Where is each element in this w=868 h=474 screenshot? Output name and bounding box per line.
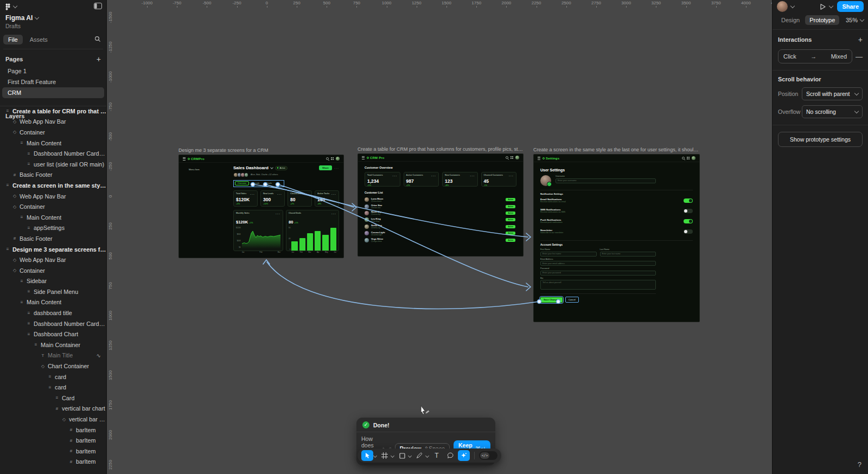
card-menu-icon[interactable]: ···: [431, 174, 436, 177]
status-tag[interactable]: Active: [506, 198, 515, 201]
layer-row[interactable]: ◇Container: [0, 201, 106, 212]
layer-row[interactable]: ≡Create a screen in the same style as th…: [0, 180, 106, 191]
hamburger-icon[interactable]: [538, 157, 540, 160]
layer-row[interactable]: #barItem: [0, 457, 106, 467]
monthly-sales-chart-card[interactable]: Monthly Sales··· $120K+5% $120K$80K$40K$…: [233, 210, 283, 251]
stat-card[interactable]: Closed Deals···80+2%: [288, 190, 312, 207]
layer-row[interactable]: ≡dashboard title: [0, 308, 106, 318]
tab-assets[interactable]: Assets: [25, 35, 53, 44]
stat-card[interactable]: Active Tasks···150+8%: [315, 190, 339, 207]
user-avatar[interactable]: [777, 1, 788, 12]
layer-row[interactable]: ≡card: [0, 371, 106, 382]
card-menu-icon[interactable]: ···: [331, 212, 336, 215]
avatar[interactable]: [515, 156, 519, 159]
chevron-down-icon[interactable]: [829, 3, 833, 8]
remove-interaction-icon[interactable]: —: [856, 53, 863, 61]
crm-table-screen[interactable]: CRM Pro Customer Overview Total Customer…: [358, 153, 524, 257]
layer-row[interactable]: #barItem: [0, 446, 106, 457]
shape-tool[interactable]: [396, 450, 408, 461]
stat-card[interactable]: New Leads···300+10%: [260, 190, 285, 207]
toggle-switch[interactable]: [684, 209, 693, 213]
apps-grid-icon[interactable]: [687, 157, 690, 159]
dashboard-tab[interactable]: Deals: [264, 182, 274, 185]
add-page-icon[interactable]: +: [97, 55, 101, 63]
tab-prototype[interactable]: Prototype: [805, 15, 839, 25]
settings-screen[interactable]: Settings User Settings ✓ Username Enter …: [533, 154, 700, 322]
tab-design[interactable]: Design: [777, 15, 804, 25]
layer-row[interactable]: ◇Chart Container: [0, 361, 106, 371]
hamburger-icon[interactable]: [183, 157, 186, 161]
card-menu-icon[interactable]: ···: [276, 212, 280, 215]
stat-card[interactable]: New Customers···123+8%: [442, 172, 478, 187]
pen-tool[interactable]: [413, 450, 425, 461]
overflow-dropdown[interactable]: No scrolling: [802, 105, 863, 118]
status-tag[interactable]: Active: [506, 218, 515, 221]
status-tag[interactable]: Active: [506, 232, 515, 235]
layer-row[interactable]: ≡card: [0, 382, 106, 393]
layer-row[interactable]: ◇Container: [0, 127, 106, 138]
dashboard-tabstrip-selected[interactable]: OverviewLeadsDeals: [233, 180, 284, 187]
file-name[interactable]: Figma AI: [5, 14, 101, 22]
stat-card[interactable]: Churned Customers···45-1%: [481, 172, 517, 187]
status-tag[interactable]: Active: [506, 239, 515, 242]
password-input[interactable]: Enter your password: [540, 271, 656, 276]
card-menu-icon[interactable]: ···: [277, 193, 282, 196]
customer-row[interactable]: Leo King@leo.kingActive: [365, 216, 516, 223]
closed-deals-chart-card[interactable]: Closed Deals··· 80+5% 80400 JanFebMarApr…: [286, 210, 339, 251]
sidebar-menu-item[interactable]: Menu Item: [189, 168, 231, 171]
help-button[interactable]: ?: [858, 460, 861, 469]
file-location[interactable]: Drafts: [5, 23, 101, 29]
apps-grid-icon[interactable]: [331, 157, 334, 160]
canvas[interactable]: -1000-750-500-25002505007501000125015001…: [0, 0, 868, 474]
bio-input[interactable]: Tell us about yourself: [540, 280, 656, 290]
overflow-menu-icon[interactable]: ···: [334, 166, 339, 170]
move-tool[interactable]: [361, 450, 373, 461]
email-address-input[interactable]: Enter your email address: [540, 261, 656, 266]
last-name-input[interactable]: Enter your last name: [600, 252, 656, 257]
layer-row[interactable]: ≡Card: [0, 393, 106, 403]
layer-row[interactable]: ≡Main Content: [0, 297, 106, 308]
search-icon[interactable]: [506, 156, 508, 159]
ai-sparkle-tool[interactable]: [458, 450, 470, 461]
stat-card[interactable]: Total Customers···1,234+5%: [365, 172, 400, 187]
design-frame-dashboard[interactable]: Design me 3 separate screens for a CRM C…: [178, 155, 344, 258]
search-icon[interactable]: [94, 36, 101, 42]
toggle-switch[interactable]: [684, 229, 693, 234]
zoom-control[interactable]: 35%: [846, 17, 864, 23]
chevron-down-icon[interactable]: [270, 166, 273, 169]
text-tool[interactable]: T: [431, 450, 443, 461]
figma-logo-icon[interactable]: [4, 3, 11, 10]
move-tool-dropdown-icon[interactable]: [373, 453, 377, 457]
card-menu-icon[interactable]: ···: [470, 174, 475, 177]
stat-card[interactable]: Total Sales···$120K+5%: [233, 190, 258, 207]
layer-row[interactable]: ≡Side Panel Menu: [0, 286, 106, 297]
position-dropdown[interactable]: Scroll with parent: [802, 87, 863, 100]
status-tag[interactable]: Active: [506, 212, 515, 215]
frame-tool[interactable]: [379, 450, 391, 461]
page-item[interactable]: Page 1: [2, 66, 104, 76]
customer-row[interactable]: Orion Star@orion.starActive: [365, 203, 516, 209]
layer-row[interactable]: #barItem: [0, 425, 106, 435]
design-frame-customer-table[interactable]: Create a table for CRM pro that has colu…: [358, 153, 524, 257]
design-frame-settings[interactable]: Create a screen in the same style as the…: [533, 154, 700, 322]
layer-row[interactable]: #barItem: [0, 435, 106, 446]
share-button[interactable]: Share: [319, 165, 332, 170]
profile-avatar[interactable]: ✓: [540, 175, 551, 186]
save-changes-button[interactable]: Save Changes: [540, 297, 563, 303]
status-tag[interactable]: Active: [506, 205, 515, 208]
dashboard-tab[interactable]: Overview: [235, 181, 249, 185]
shape-tool-dropdown-icon[interactable]: [408, 453, 412, 457]
layer-row[interactable]: ≡Dashboard Number Card Strip: [0, 318, 106, 329]
layer-row[interactable]: ◇Web App Nav Bar: [0, 117, 106, 127]
customer-row[interactable]: Stella Ray@stella.rayActive: [365, 223, 516, 230]
card-menu-icon[interactable]: ···: [393, 174, 398, 177]
avatar[interactable]: [692, 156, 695, 160]
dashboard-screen[interactable]: CRMPro Menu Item Sales Dashboard: [178, 155, 344, 258]
chevron-down-icon[interactable]: [13, 3, 17, 8]
layer-row[interactable]: ≡Design me 3 separate screens for a CRM: [0, 244, 106, 255]
layer-row[interactable]: ◇Web App Nav Bar: [0, 191, 106, 202]
card-menu-icon[interactable]: ···: [250, 193, 255, 196]
frame-title[interactable]: Design me 3 separate screens for a CRM: [178, 148, 344, 153]
status-tag[interactable]: Active: [506, 225, 515, 228]
layer-row[interactable]: ≡Dashboard Chart: [0, 329, 106, 340]
